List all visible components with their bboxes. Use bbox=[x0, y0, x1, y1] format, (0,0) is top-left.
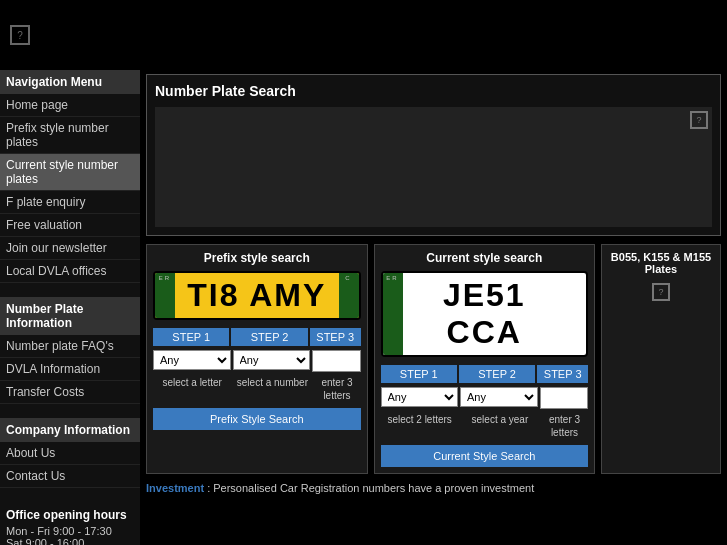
sidebar-item-transfer[interactable]: Transfer Costs bbox=[0, 381, 140, 404]
company-section-title: Company Information bbox=[0, 418, 140, 442]
current-step3-btn[interactable]: STEP 3 bbox=[537, 365, 588, 383]
office-title: Office opening hours bbox=[6, 508, 134, 522]
current-label3: enter 3 letters bbox=[541, 413, 588, 439]
investment-label: Investment bbox=[146, 482, 204, 494]
current-search-panel: Current style search ER JE51 CCA STEP 1 … bbox=[374, 244, 596, 474]
sidebar-item-contact[interactable]: Contact Us bbox=[0, 465, 140, 488]
current-select2-field: Any bbox=[460, 387, 538, 409]
current-submit-btn[interactable]: Current Style Search bbox=[381, 445, 589, 467]
prefix-step1-btn[interactable]: STEP 1 bbox=[153, 328, 229, 346]
sidebar-item-valuation[interactable]: Free valuation bbox=[0, 214, 140, 237]
main-content: Number Plate Search ? Prefix style searc… bbox=[140, 70, 727, 545]
investment-description: : Personalised Car Registration numbers … bbox=[207, 482, 534, 494]
nav-section-title: Navigation Menu bbox=[0, 70, 140, 94]
sidebar-item-home[interactable]: Home page bbox=[0, 94, 140, 117]
office-weekday: Mon - Fri 9:00 - 17:30 bbox=[6, 525, 112, 537]
sidebar-item-about[interactable]: About Us bbox=[0, 442, 140, 465]
current-select1-field: Any bbox=[381, 387, 459, 409]
current-plate-text: JE51 CCA bbox=[391, 277, 579, 351]
prefix-steps-row: STEP 1 STEP 2 STEP 3 bbox=[153, 328, 361, 346]
sidebar-item-current[interactable]: Current style number plates bbox=[0, 154, 140, 191]
prefix-select2-field: Any bbox=[233, 350, 311, 372]
current-plate-edge-left: ER bbox=[383, 273, 403, 355]
prefix-label1: select a letter bbox=[153, 376, 231, 402]
prefix-plate-display: ER TI8 AMY C bbox=[153, 271, 361, 320]
sidebar-item-prefix[interactable]: Prefix style number plates bbox=[0, 117, 140, 154]
prefix-labels-row: select a letter select a number enter 3 … bbox=[153, 376, 361, 402]
prefix-search-panel: Prefix style search ER TI8 AMY C STEP 1 … bbox=[146, 244, 368, 474]
current-select2[interactable]: Any bbox=[460, 387, 538, 407]
banner-icon: ? bbox=[10, 25, 30, 45]
search-panels: Prefix style search ER TI8 AMY C STEP 1 … bbox=[146, 244, 721, 474]
current-step1-btn[interactable]: STEP 1 bbox=[381, 365, 457, 383]
current-selects-row: Any Any bbox=[381, 387, 589, 409]
search-title: Number Plate Search bbox=[155, 83, 712, 99]
special-panel: B055, K155 & M155 Plates ? bbox=[601, 244, 721, 474]
current-step2-btn[interactable]: STEP 2 bbox=[459, 365, 535, 383]
current-select1[interactable]: Any bbox=[381, 387, 459, 407]
sidebar-item-dvla-offices[interactable]: Local DVLA offices bbox=[0, 260, 140, 283]
sidebar-item-fplate[interactable]: F plate enquiry bbox=[0, 191, 140, 214]
prefix-step2-btn[interactable]: STEP 2 bbox=[231, 328, 307, 346]
search-section: Number Plate Search ? bbox=[146, 74, 721, 236]
sidebar-item-newsletter[interactable]: Join our newsletter bbox=[0, 237, 140, 260]
top-banner: ? bbox=[0, 0, 727, 70]
special-panel-icon: ? bbox=[652, 283, 670, 301]
office-hours-block: Office opening hours Mon - Fri 9:00 - 17… bbox=[0, 502, 140, 545]
current-panel-title: Current style search bbox=[381, 251, 589, 265]
prefix-plate-text: TI8 AMY bbox=[163, 277, 351, 314]
prefix-plate-edge-left: ER bbox=[155, 273, 175, 318]
sidebar-item-faqs[interactable]: Number plate FAQ's bbox=[0, 335, 140, 358]
info-section-title: Number Plate Information bbox=[0, 297, 140, 335]
current-step3-box[interactable] bbox=[540, 387, 589, 409]
office-saturday: Sat 9:00 - 16:00 bbox=[6, 537, 84, 545]
sidebar-item-dvla-info[interactable]: DVLA Information bbox=[0, 358, 140, 381]
sidebar: Navigation Menu Home page Prefix style n… bbox=[0, 70, 140, 545]
prefix-submit-btn[interactable]: Prefix Style Search bbox=[153, 408, 361, 430]
prefix-select1-field: Any bbox=[153, 350, 231, 372]
current-plate-display: ER JE51 CCA bbox=[381, 271, 589, 357]
search-image-area: ? bbox=[155, 107, 712, 227]
search-image-icon: ? bbox=[690, 111, 708, 129]
current-labels-row: select 2 letters select a year enter 3 l… bbox=[381, 413, 589, 439]
current-steps-row: STEP 1 STEP 2 STEP 3 bbox=[381, 365, 589, 383]
special-panel-title: B055, K155 & M155 Plates bbox=[608, 251, 714, 275]
current-label1: select 2 letters bbox=[381, 413, 459, 439]
prefix-selects-row: Any Any bbox=[153, 350, 361, 372]
prefix-select1[interactable]: Any bbox=[153, 350, 231, 370]
current-label2: select a year bbox=[461, 413, 539, 439]
prefix-label3: enter 3 letters bbox=[314, 376, 361, 402]
investment-text: Investment : Personalised Car Registrati… bbox=[146, 478, 721, 498]
main-layout: Navigation Menu Home page Prefix style n… bbox=[0, 70, 727, 545]
prefix-step3-btn[interactable]: STEP 3 bbox=[310, 328, 361, 346]
prefix-select2[interactable]: Any bbox=[233, 350, 311, 370]
prefix-plate-edge-right: C bbox=[339, 273, 359, 318]
prefix-panel-title: Prefix style search bbox=[153, 251, 361, 265]
prefix-label2: select a number bbox=[233, 376, 311, 402]
prefix-step3-box[interactable] bbox=[312, 350, 361, 372]
